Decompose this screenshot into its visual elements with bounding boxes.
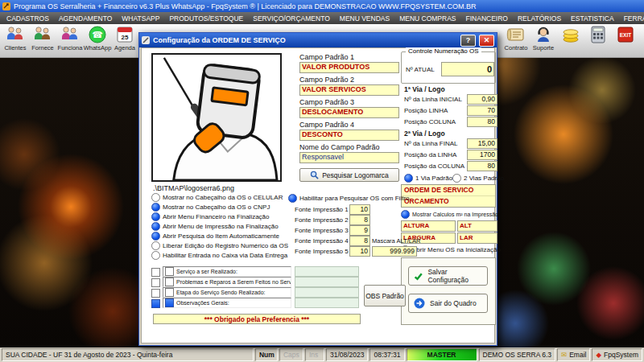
logo-preview-image — [151, 53, 282, 182]
toolbar-whatsapp-button[interactable]: ☎ WhatsApp — [84, 24, 111, 58]
via2-row2-field[interactable]: 1700 — [467, 150, 497, 160]
option-liberar-edicao[interactable]: Liberar Edição do Registro Numérico da O… — [151, 241, 288, 250]
dialog-close-button[interactable]: ✕ — [479, 35, 494, 47]
radio-on-icon — [151, 212, 160, 221]
config-os-dialog: Configuração da ORDEM DE SERVIÇO ? ✕ — [138, 32, 497, 346]
toolbar-clientes-button[interactable]: Clientes — [2, 24, 29, 58]
toolbar-calculadora-button[interactable] — [584, 24, 612, 58]
status-brand[interactable]: ◆ FpqSystem — [592, 348, 642, 361]
toolbar-sair-button[interactable]: EXIT — [612, 24, 639, 58]
salvar-configuracao-button[interactable]: Salvar Configuração — [408, 266, 488, 286]
etapa-servico-strip[interactable]: Etapa do Serviço Sendo Realizado: — [163, 287, 291, 298]
toolbar-fornece-button[interactable]: Fornece — [29, 24, 56, 58]
mostrar-calculos-option[interactable]: Mostrar Calculos m² na Impressão — [401, 210, 498, 219]
fonte3-field[interactable]: 9 — [349, 225, 370, 236]
status-ins: Ins — [305, 348, 324, 361]
lar-field[interactable]: LAR — [457, 232, 497, 244]
problemas-reparos-strip[interactable]: Problemas e Reparos a Serem Feitos no Se… — [163, 277, 291, 287]
alt-field[interactable]: ALT — [457, 220, 497, 232]
toolbar-contrato-button[interactable]: Contrato — [502, 24, 530, 58]
logo-file-path: .\BITMAP\logoserra6.png — [153, 184, 234, 192]
fonte2-field[interactable]: 8 — [349, 215, 370, 225]
option-menu-financeiro[interactable]: Abrir Menu Financeiro na Finalização — [151, 212, 270, 221]
servico-realizado-strip[interactable]: Serviço a ser Realizado: — [163, 266, 291, 277]
menu-estatistica[interactable]: ESTATISTICA — [566, 12, 619, 24]
checkbox-off-icon — [165, 288, 174, 297]
campo4-field[interactable]: DESCONTO — [299, 130, 399, 141]
app-icon — [2, 2, 10, 10]
via2-row3-field[interactable]: 80 — [467, 161, 497, 171]
menu-produtos-estoque[interactable]: PRODUTOS/ESTOQUE — [164, 12, 248, 24]
calculator-icon — [590, 26, 606, 43]
status-app-version: DEMO OS SERRA 6.3 — [479, 348, 556, 361]
toolbar-agenda-button[interactable]: 25 Agenda — [111, 24, 138, 58]
via2-row1-field[interactable]: 15,00 — [467, 138, 497, 149]
nome-campo-label: Nome do Campo Padrão — [299, 143, 380, 151]
via1-header: 1ª Via / Logo — [404, 85, 445, 93]
pesquisar-logomarca-button[interactable]: Pesquisar Logomarca — [299, 168, 399, 182]
option-pesquisa-item[interactable]: Abrir Pesquisa do Item Automaticamente — [151, 232, 279, 241]
menu-servico-orcamento[interactable]: SERVIÇO/ORÇAMENTO — [248, 12, 335, 24]
menu-financeiro[interactable]: FINANCEIRO — [461, 12, 513, 24]
toolbar-moedas-button[interactable] — [557, 24, 584, 58]
option-cnpj[interactable]: Mostrar no Cabeçalho da OS o CNPJ — [151, 203, 270, 212]
dialog-icon — [142, 36, 150, 44]
via1-row2-field[interactable]: 70 — [467, 105, 497, 116]
via-padrao-2-radio[interactable]: 2 Vias Padrão — [452, 174, 504, 183]
fonte1-field[interactable]: 10 — [349, 204, 370, 215]
via2-row1-label: Nº da Linha FINAL — [404, 140, 458, 147]
campo2-label: Campo Padrão 2 — [299, 76, 354, 84]
status-email[interactable]: ✉ Email — [557, 348, 590, 361]
toolbar-funciona-button[interactable]: Funciona — [56, 24, 84, 58]
fonte4-field[interactable]: 8 — [349, 236, 370, 246]
observacoes-gerais-field[interactable] — [295, 298, 359, 308]
mascara-field[interactable]: 999.999 — [372, 246, 417, 257]
altura-field[interactable]: ALTURA — [401, 220, 456, 232]
option-menu-impressao[interactable]: Abrir Menu de Impressão na Finalização — [151, 222, 279, 231]
campo1-field[interactable]: VALOR PRODUTOS — [299, 62, 399, 73]
campo3-field[interactable]: DESLOCAMENTO — [299, 107, 399, 118]
radio-on-icon — [151, 232, 160, 241]
radio-on-icon — [401, 210, 410, 219]
doc-item-ordem-servico[interactable]: ORDEM DE SERVICO — [402, 185, 495, 196]
option-filtro-os[interactable]: Habilitar para Pesquisar OS com Filtro — [288, 194, 410, 203]
option-celular[interactable]: Mostrar no Cabeçalho da OS o CELULAR — [151, 193, 283, 202]
menu-vendas[interactable]: MENU VENDAS — [335, 12, 394, 24]
footer-message-field[interactable]: *** Obrigado pela Preferencia *** — [153, 314, 361, 324]
dialog-help-button[interactable]: ? — [460, 35, 476, 47]
etapa-servico-checkbox[interactable] — [151, 289, 160, 298]
sair-do-quadro-button[interactable]: Sair do Quadro — [408, 294, 488, 313]
menu-cadastros[interactable]: CADASTROS — [2, 12, 54, 24]
servico-realizado-field[interactable] — [295, 266, 359, 277]
doc-item-orcamento[interactable]: ORCAMENTO — [402, 196, 495, 207]
svg-text:25: 25 — [122, 34, 129, 41]
checkbox-off-icon — [151, 278, 160, 287]
menu-bar: CADASTROS AGENDAMENTO WHATSAPP PRODUTOS/… — [0, 12, 644, 24]
agenda-icon: 25 — [116, 26, 134, 43]
servico-realizado-checkbox[interactable] — [151, 268, 160, 277]
dialog-body: .\BITMAP\logoserra6.png Campo Padrão 1 V… — [141, 47, 495, 343]
menu-agendamento[interactable]: AGENDAMENTO — [54, 12, 117, 24]
menu-compras[interactable]: MENU COMPRAS — [394, 12, 460, 24]
via1-row1-field[interactable]: 0,90 — [467, 94, 497, 105]
menu-whatsapp[interactable]: WHATSAPP — [117, 12, 164, 24]
toolbar-suporte-button[interactable]: Suporte — [530, 24, 557, 58]
menu-relatorios[interactable]: RELATÓRIOS — [513, 12, 566, 24]
menu-ferramentas[interactable]: FERRAMENTAS — [619, 12, 644, 24]
observacoes-gerais-checkbox[interactable] — [151, 299, 160, 308]
dialog-titlebar[interactable]: Configuração da ORDEM DE SERVIÇO ? ✕ — [139, 33, 497, 47]
problemas-reparos-field[interactable] — [295, 277, 359, 287]
nome-campo-field[interactable]: Responsavel — [299, 152, 399, 163]
n-atual-field[interactable]: 0 — [441, 62, 494, 76]
campo2-field[interactable]: VALOR SERVICOS — [299, 84, 399, 96]
etapa-servico-field[interactable] — [295, 287, 359, 298]
fonte5-field[interactable]: 10 — [349, 246, 370, 257]
observacoes-gerais-strip[interactable]: Observações Gerais: — [163, 298, 291, 308]
via1-row3-field[interactable]: 80 — [467, 117, 497, 127]
via-padrao-1-radio[interactable]: 1 Via Padrão — [404, 174, 452, 183]
problemas-reparos-checkbox[interactable] — [151, 278, 160, 287]
svg-text:☎: ☎ — [92, 30, 103, 39]
via2-row2-label: Posição da LINHA — [404, 151, 456, 158]
option-entrada-caixa[interactable]: Habilitar Entrada no Caixa via Data Entr… — [151, 251, 287, 260]
obs-padrao-button[interactable]: OBS Padrão — [364, 285, 406, 306]
